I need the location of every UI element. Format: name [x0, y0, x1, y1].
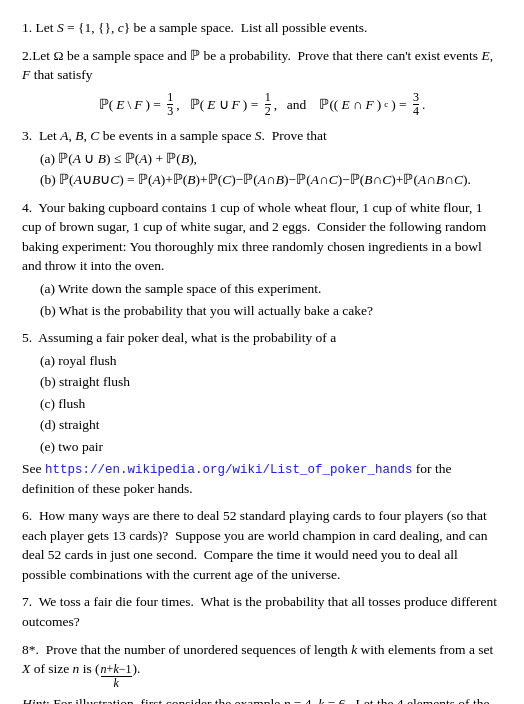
problem-5b: (b) straight flush	[40, 372, 502, 392]
problem-5-text: 5. Assuming a fair poker deal, what is t…	[22, 328, 502, 348]
problem-7: 7. We toss a fair die four times. What i…	[22, 592, 502, 631]
and-label: and	[287, 95, 307, 115]
problem-1: 1. Let S = {1, {}, c} be a sample space.…	[22, 18, 502, 38]
problem-5: 5. Assuming a fair poker deal, what is t…	[22, 328, 502, 498]
problem-3: 3. Let A, B, C be events in a sample spa…	[22, 126, 502, 190]
problem-5d: (d) straight	[40, 415, 502, 435]
page-content: 1. Let S = {1, {}, c} be a sample space.…	[22, 18, 502, 704]
problem-2-formula: ℙ(E \ F) = 13 , ℙ(E ∪ F) = 12 , and ℙ((E…	[22, 91, 502, 118]
problem-4b: (b) What is the probability that you wil…	[40, 301, 502, 321]
problem-4: 4. Your baking cupboard contains 1 cup o…	[22, 198, 502, 320]
problem-8: 8*. Prove that the number of unordered s…	[22, 640, 502, 704]
problem-1-text: 1. Let S = {1, {}, c} be a sample space.…	[22, 18, 502, 38]
problem-5c: (c) flush	[40, 394, 502, 414]
problem-3b: (b) ℙ(A∪B∪C) = ℙ(A)+ℙ(B)+ℙ(C)−ℙ(A∩B)−ℙ(A…	[40, 170, 502, 190]
problem-5-wiki: See https://en.wikipedia.org/wiki/List_o…	[22, 459, 502, 499]
problem-4-text: 4. Your baking cupboard contains 1 cup o…	[22, 198, 502, 276]
problem-8-text: 8*. Prove that the number of unordered s…	[22, 640, 502, 691]
problem-4a: (a) Write down the sample space of this …	[40, 279, 502, 299]
problem-5e: (e) two pair	[40, 437, 502, 457]
problem-3a: (a) ℙ(A ∪ B) ≤ ℙ(A) + ℙ(B),	[40, 149, 502, 169]
problem-2: 2.Let Ω be a sample space and ℙ be a pro…	[22, 46, 502, 119]
problem-5a: (a) royal flush	[40, 351, 502, 371]
problem-8-hint-label: Hint: For illustration, first consider t…	[22, 694, 502, 705]
problem-2-text: 2.Let Ω be a sample space and ℙ be a pro…	[22, 46, 502, 85]
problem-3-text: 3. Let A, B, C be events in a sample spa…	[22, 126, 502, 146]
problem-6-text: 6. How many ways are there to deal 52 st…	[22, 506, 502, 584]
problem-7-text: 7. We toss a fair die four times. What i…	[22, 592, 502, 631]
problem-6: 6. How many ways are there to deal 52 st…	[22, 506, 502, 584]
